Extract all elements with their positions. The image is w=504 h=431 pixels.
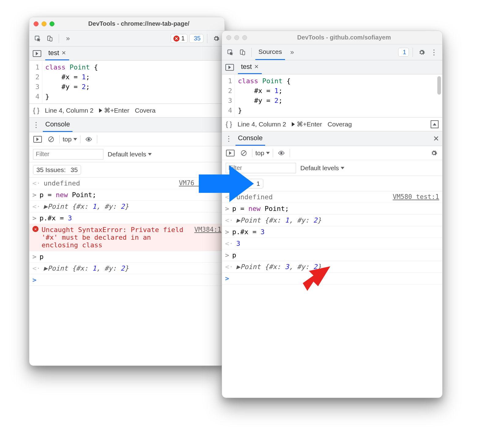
navigator-toggle-icon[interactable] (224, 62, 235, 73)
console-prompt-row[interactable]: > (29, 274, 224, 286)
close-drawer-icon[interactable]: ✕ (433, 134, 439, 143)
cursor-position: Line 4, Column 2 (238, 121, 286, 128)
console-log[interactable]: <· undefined VM76 test:1 > p = new Point… (29, 178, 224, 286)
sources-file-tabs: test ✕ (29, 47, 224, 61)
log-input: p.#x = 3 (39, 214, 221, 222)
log-row: <· undefined VM580 test:1 (222, 191, 442, 203)
window-title: DevTools - github.com/sofiayem (250, 34, 438, 41)
file-tab-test[interactable]: test ✕ (45, 47, 69, 60)
code-editor[interactable]: 1234 class Point { #x = 1; #y = 2; } (222, 74, 442, 117)
console-filter-row: Default levels (29, 146, 224, 162)
close-window-button[interactable] (34, 21, 39, 26)
log-input: p = new Point; (39, 191, 221, 199)
log-value: undefined (44, 179, 176, 187)
pretty-print-icon[interactable]: { } (226, 120, 232, 128)
window-titlebar: DevTools - github.com/sofiayem (222, 31, 442, 44)
main-toolbar: Sources » 1 ⋮ (222, 44, 442, 60)
zoom-window-button[interactable] (50, 21, 54, 26)
close-icon[interactable]: ✕ (61, 50, 66, 56)
svg-marker-13 (303, 266, 330, 291)
devtools-window-after: DevTools - github.com/sofiayem Sources »… (222, 31, 443, 398)
log-output[interactable]: ▶Point {#x: 3, #y: 2} (236, 263, 439, 271)
console-prompt-row[interactable]: > (222, 273, 442, 284)
sidebar-toggle-icon[interactable] (32, 134, 43, 145)
navigator-toggle-icon[interactable] (32, 48, 42, 59)
run-snippet-button[interactable]: ⌘+Enter (292, 121, 322, 128)
minimize-window-button[interactable] (234, 35, 239, 40)
live-expression-icon[interactable] (276, 148, 287, 159)
issues-count-badge[interactable]: 1 (398, 48, 409, 57)
window-titlebar: DevTools - chrome://new-tab-page/ (29, 17, 224, 31)
context-selector[interactable]: top (255, 149, 270, 157)
coverage-label[interactable]: Coverag (328, 121, 352, 128)
settings-gear-icon[interactable] (417, 47, 427, 58)
log-output[interactable]: ▶Point {#x: 1, #y: 2} (236, 216, 439, 224)
live-expression-icon[interactable] (83, 134, 94, 145)
collapse-drawer-icon[interactable] (431, 120, 439, 128)
inspect-icon[interactable] (32, 33, 43, 44)
file-tab-test[interactable]: test ✕ (238, 60, 262, 74)
svg-marker-12 (199, 165, 254, 202)
kebab-menu-icon[interactable]: ⋮ (429, 47, 439, 58)
editor-statusbar: { } Line 4, Column 2 ⌘+Enter Covera (29, 103, 224, 118)
filter-input[interactable] (33, 149, 103, 159)
log-output[interactable]: ▶Point {#x: 1, #y: 2} (44, 264, 222, 272)
settings-gear-icon[interactable] (211, 33, 221, 44)
code-content: class Point { #x = 1; #y = 2; } (42, 61, 101, 103)
log-source-link[interactable]: VM580 test:1 (393, 193, 439, 201)
pretty-print-icon[interactable]: { } (33, 107, 39, 114)
error-count-badge[interactable]: ✕ 1 (171, 34, 187, 43)
log-row: > p = new Point; (222, 203, 442, 215)
log-input: p (232, 251, 439, 259)
log-value: undefined (236, 193, 390, 201)
log-source-link[interactable]: VM384:1 (194, 226, 221, 233)
error-icon: ✕ (32, 226, 39, 232)
issues-count: 1 (403, 49, 406, 56)
console-log[interactable]: <· undefined VM580 test:1 > p = new Poin… (222, 191, 442, 284)
console-tab[interactable]: Console (235, 131, 265, 146)
file-tab-label: test (241, 63, 252, 71)
minimize-window-button[interactable] (42, 21, 46, 26)
log-row: <· ▶Point {#x: 1, #y: 2} (222, 215, 442, 226)
log-levels-selector[interactable]: Default levels (108, 151, 152, 158)
run-snippet-button[interactable]: ⌘+Enter (99, 107, 129, 114)
inspect-icon[interactable] (225, 47, 235, 58)
log-row: > p.#x = 3 (222, 226, 442, 238)
issues-count: 35 (194, 35, 201, 42)
context-selector[interactable]: top (63, 136, 77, 143)
error-message: Uncaught SyntaxError: Private field '#x'… (42, 226, 191, 249)
kebab-menu-icon[interactable]: ⋮ (32, 121, 39, 129)
log-output: 3 (236, 240, 439, 247)
context-label: top (255, 149, 264, 157)
issues-pill[interactable]: 35 Issues: 35 (33, 165, 81, 175)
console-settings-icon[interactable] (429, 148, 439, 159)
log-levels-selector[interactable]: Default levels (300, 164, 344, 172)
more-tabs-icon[interactable]: » (287, 47, 297, 58)
sources-file-tabs: test ✕ (222, 60, 442, 74)
scrollbar-thumb[interactable] (437, 76, 441, 95)
log-row: > p.#x = 3 (29, 212, 224, 224)
sidebar-toggle-icon[interactable] (225, 148, 235, 159)
close-icon[interactable]: ✕ (254, 63, 259, 70)
svg-point-11 (280, 152, 282, 154)
console-tab[interactable]: Console (43, 118, 72, 132)
error-icon: ✕ (173, 36, 180, 42)
kebab-menu-icon[interactable]: ⋮ (225, 134, 232, 143)
console-filter-row: Default levels (222, 160, 442, 176)
code-editor[interactable]: 1234 class Point { #x = 1; #y = 2; } (29, 61, 224, 103)
issues-row: 1 Issue: 1 (222, 176, 442, 191)
clear-console-icon[interactable] (46, 134, 56, 145)
device-toggle-icon[interactable] (45, 33, 55, 44)
zoom-window-button[interactable] (242, 35, 247, 40)
line-gutter: 1234 (222, 74, 235, 117)
issues-count-badge[interactable]: 35 (189, 34, 203, 43)
device-toggle-icon[interactable] (237, 47, 248, 58)
panel-tab-sources[interactable]: Sources (255, 44, 285, 60)
log-output[interactable]: ▶Point {#x: 1, #y: 2} (44, 203, 222, 210)
more-tabs-icon[interactable]: » (63, 33, 73, 44)
clear-console-icon[interactable] (239, 148, 249, 159)
log-error-row: ✕ Uncaught SyntaxError: Private field '#… (29, 224, 224, 251)
coverage-label[interactable]: Covera (135, 107, 156, 114)
log-row: <· 3 (222, 238, 442, 249)
close-window-button[interactable] (226, 35, 231, 40)
